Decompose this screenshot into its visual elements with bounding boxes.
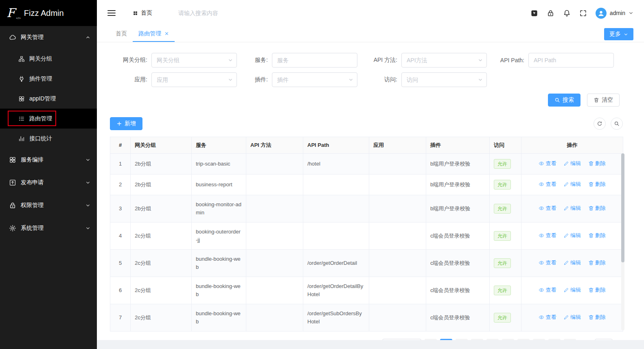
- filter-actions: 搜索 清空: [97, 87, 644, 107]
- goto-page-input[interactable]: [595, 339, 613, 340]
- edit-link[interactable]: 编辑: [563, 204, 581, 212]
- service-input[interactable]: [272, 53, 357, 68]
- refresh-button[interactable]: [594, 118, 606, 130]
- api-method-select-input[interactable]: [401, 53, 487, 68]
- delete-link[interactable]: 删除: [588, 259, 606, 267]
- nav-home-label: 首页: [141, 9, 152, 17]
- edit-link[interactable]: 编辑: [563, 313, 581, 321]
- sidebar-item-gateway-groups[interactable]: 网关分组: [0, 49, 97, 69]
- page-button-3[interactable]: 3: [471, 339, 483, 340]
- delete-link[interactable]: 删除: [588, 180, 606, 188]
- delete-link[interactable]: 删除: [588, 159, 606, 168]
- row-api-method: [246, 277, 303, 304]
- api-method-select[interactable]: [401, 53, 487, 68]
- hamburger-menu-icon[interactable]: [107, 8, 116, 18]
- edit-link[interactable]: 编辑: [563, 159, 581, 168]
- sidebar-item-release-application[interactable]: 发布申请: [0, 171, 97, 194]
- view-link[interactable]: 查看: [539, 159, 556, 168]
- app-root: F</> Fizz Admin 网关管理 网关分组 插件管理: [0, 0, 644, 349]
- edit-link[interactable]: 编辑: [563, 259, 581, 267]
- edit-link[interactable]: 编辑: [563, 231, 581, 240]
- delete-link[interactable]: 删除: [588, 313, 606, 321]
- column-header-access: 访问: [490, 137, 521, 154]
- more-button[interactable]: 更多: [604, 28, 633, 40]
- more-pages-button[interactable]: •••: [533, 339, 545, 340]
- chevron-down-icon: [85, 226, 90, 231]
- trash-icon: [594, 97, 599, 103]
- view-link[interactable]: 查看: [539, 259, 556, 267]
- scrollbar-thumb[interactable]: [621, 153, 624, 262]
- search-button[interactable]: 搜索: [548, 94, 580, 107]
- plugin-select-input[interactable]: [272, 72, 357, 87]
- page-button-6[interactable]: 6: [517, 339, 530, 340]
- delete-link[interactable]: 删除: [588, 231, 606, 240]
- sidebar-item-label: 网关管理: [21, 34, 44, 41]
- page-size-select[interactable]: 10条/页: [382, 339, 421, 340]
- sidebar-item-route-management[interactable]: 路由管理: [0, 109, 97, 129]
- next-page-button[interactable]: [564, 339, 576, 340]
- edit-link[interactable]: 编辑: [563, 286, 581, 294]
- delete-link[interactable]: 删除: [588, 204, 606, 212]
- sidebar-item-permission-management[interactable]: 权限管理: [0, 194, 97, 217]
- access-select[interactable]: [401, 72, 487, 87]
- gateway-group-select-input[interactable]: [151, 53, 237, 68]
- chevron-down-icon: [85, 157, 90, 162]
- page-button-9[interactable]: 9: [548, 339, 561, 340]
- row-gateway-group: 2b分组: [131, 174, 192, 195]
- row-plugin: c端会员登录校验: [426, 250, 490, 277]
- column-header-actions: 操作: [521, 137, 623, 154]
- main-area: 首页 admin 首页 路由管理: [97, 0, 644, 349]
- view-link[interactable]: 查看: [539, 231, 556, 240]
- plugin-select[interactable]: [272, 72, 357, 87]
- app-select[interactable]: [151, 72, 237, 87]
- view-link[interactable]: 查看: [539, 313, 556, 321]
- sidebar-item-service-orchestration[interactable]: 服务编排: [0, 148, 97, 171]
- sidebar-item-gateway-management[interactable]: 网关管理: [0, 26, 97, 49]
- sidebar-item-appid-management[interactable]: appID管理: [0, 89, 97, 109]
- row-api-method: [246, 250, 303, 277]
- row-index: 1: [110, 154, 131, 174]
- access-status-badge: 允许: [494, 180, 511, 190]
- page-button-2[interactable]: 2: [456, 339, 468, 340]
- bar-chart-icon: [18, 135, 25, 142]
- api-path-input[interactable]: [528, 53, 614, 68]
- column-header-api-method: API 方法: [246, 137, 303, 154]
- page-button-1[interactable]: 1: [440, 339, 452, 340]
- edit-link[interactable]: 编辑: [563, 180, 581, 188]
- add-button[interactable]: 新增: [110, 117, 142, 130]
- gateway-group-select[interactable]: [151, 53, 237, 68]
- clear-button[interactable]: 清空: [587, 94, 620, 107]
- table-scrollbar[interactable]: [621, 153, 624, 330]
- screen-capture-icon[interactable]: [530, 9, 538, 17]
- lock-icon[interactable]: [547, 9, 554, 17]
- view-link[interactable]: 查看: [539, 286, 556, 294]
- row-actions: 查看 编辑 删除: [521, 222, 623, 250]
- view-link[interactable]: 查看: [539, 204, 556, 212]
- access-select-input[interactable]: [401, 72, 487, 87]
- page-button-4[interactable]: 4: [486, 339, 499, 340]
- close-icon[interactable]: [164, 31, 169, 36]
- eye-icon: [539, 181, 544, 187]
- sidebar-item-api-statistics[interactable]: 接口统计: [0, 129, 97, 148]
- prev-page-button[interactable]: [425, 339, 437, 340]
- view-link[interactable]: 查看: [539, 180, 556, 188]
- sidebar-item-plugin-management[interactable]: 插件管理: [0, 69, 97, 89]
- delete-link[interactable]: 删除: [588, 286, 606, 294]
- tab-home[interactable]: 首页: [110, 26, 133, 42]
- app-select-input[interactable]: [151, 72, 237, 87]
- global-search-input[interactable]: [178, 10, 272, 16]
- avatar: [596, 8, 607, 19]
- nav-home[interactable]: 首页: [133, 9, 152, 17]
- apps-grid-icon: [18, 96, 25, 102]
- bell-icon[interactable]: [563, 9, 571, 17]
- row-api-path: /order/getOrderDetail: [303, 250, 369, 277]
- column-search-button[interactable]: [611, 118, 623, 130]
- sidebar-item-system-management[interactable]: 系统管理: [0, 217, 97, 240]
- tab-route-management[interactable]: 路由管理: [133, 26, 175, 42]
- row-actions: 查看 编辑 删除: [521, 154, 623, 174]
- grid-icon: [133, 11, 138, 16]
- page-button-5[interactable]: 5: [502, 339, 514, 340]
- gear-icon: [9, 225, 16, 232]
- user-menu[interactable]: admin: [596, 8, 633, 19]
- fullscreen-icon[interactable]: [579, 9, 587, 17]
